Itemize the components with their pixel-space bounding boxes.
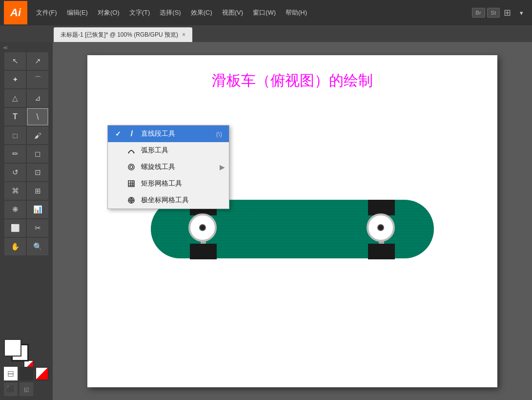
- artboard-tool[interactable]: ⬜: [4, 219, 26, 237]
- pencil-tool[interactable]: ✏: [4, 145, 26, 163]
- bridge-badge[interactable]: Br: [472, 8, 485, 18]
- ctx-polar-grid-icon: [127, 196, 136, 204]
- right-wheel: [367, 213, 395, 242]
- line-segment-tool[interactable]: \: [27, 108, 48, 126]
- menu-help[interactable]: 帮助(H): [281, 5, 312, 20]
- ctx-arc-icon: [127, 147, 136, 154]
- context-menu: ✓ / 直线段工具 (\) 弧形工具: [107, 125, 229, 209]
- ctx-line-shortcut: (\): [216, 130, 222, 138]
- tool-row-10: ⬜ ✂: [0, 219, 53, 237]
- paintbrush-tool[interactable]: 🖌: [27, 126, 48, 144]
- left-truck-bottom-plate: [190, 244, 217, 259]
- black-fill-button[interactable]: [20, 367, 33, 380]
- rotate-tool[interactable]: ↺: [4, 164, 26, 181]
- menu-file[interactable]: 文件(F): [31, 5, 62, 20]
- tab-bar: 未标题-1 [已恢复]* @ 100% (RGB/GPU 预览) ×: [0, 25, 532, 42]
- fill-none-button[interactable]: □: [4, 367, 18, 380]
- tool-row-5: □ 🖌: [0, 126, 53, 144]
- ctx-spiral-tool[interactable]: 螺旋线工具 ▶: [108, 159, 229, 175]
- right-wheel-bolt: [377, 224, 384, 231]
- artboard: 滑板车（俯视图）的绘制: [87, 55, 497, 387]
- menu-bar: Ai 文件(F) 编辑(E) 对象(O) 文字(T) 选择(S) 效果(C) 视…: [0, 0, 532, 25]
- bottom-tool-row-2: ⬛ ◱: [4, 382, 49, 396]
- scale-tool[interactable]: ⊡: [27, 164, 48, 181]
- ctx-rect-grid-label: 矩形网格工具: [141, 179, 182, 188]
- tab-close-button[interactable]: ×: [182, 31, 185, 38]
- menu-object[interactable]: 对象(O): [93, 5, 124, 20]
- ctx-check-mark: ✓: [115, 130, 122, 138]
- graph-tool[interactable]: 📊: [27, 201, 48, 218]
- ctx-spiral-submenu-arrow: ▶: [220, 163, 225, 171]
- zoom-tool[interactable]: 🔍: [27, 238, 48, 255]
- bottom-tools: □ ⬛ ◱: [4, 367, 49, 396]
- left-wheel-bolt: [199, 224, 206, 231]
- left-toolbar: ≪ ↖ ↗ ✦ ⌒ △ ⊿ T \ □ 🖌 ✏ ◻ ↺ ⊡: [0, 42, 53, 400]
- tool-row-2: ✦ ⌒: [0, 71, 53, 88]
- color-section: [4, 339, 48, 371]
- tab-title: 未标题-1 [已恢复]* @ 100% (RGB/GPU 预览): [61, 31, 178, 39]
- symbol-sprayer-tool[interactable]: ❋: [4, 201, 26, 218]
- menu-edit[interactable]: 编辑(E): [62, 5, 93, 20]
- ctx-line-label: 直线段工具: [141, 129, 175, 138]
- ctx-arc-label: 弧形工具: [141, 146, 168, 155]
- right-truck-bottom-plate: [368, 244, 395, 259]
- color-boxes: [4, 339, 38, 371]
- document-tab[interactable]: 未标题-1 [已恢复]* @ 100% (RGB/GPU 预览) ×: [54, 27, 192, 42]
- ctx-polar-grid-label: 极坐标网格工具: [141, 196, 189, 205]
- lasso-tool[interactable]: ⌒: [27, 71, 48, 88]
- ctx-arc-tool[interactable]: 弧形工具: [108, 142, 229, 159]
- svg-rect-2: [128, 181, 134, 187]
- artwork-title: 滑板车（俯视图）的绘制: [87, 71, 497, 91]
- stock-badge[interactable]: St: [487, 8, 500, 18]
- direct-selection-tool[interactable]: ↗: [27, 52, 48, 70]
- red-stroke-button[interactable]: [35, 367, 49, 380]
- fill-color-box[interactable]: [4, 339, 21, 357]
- right-truck: [368, 195, 395, 263]
- bottom-tool-row-1: □: [4, 367, 49, 380]
- ctx-rect-grid-tool[interactable]: 矩形网格工具: [108, 175, 229, 192]
- tool-row-4: T \: [0, 108, 53, 126]
- tool-row-9: ❋ 📊: [0, 201, 53, 218]
- menu-view[interactable]: 视图(V): [217, 5, 248, 20]
- svg-point-0: [128, 164, 134, 170]
- warp-tool[interactable]: ⌘: [4, 182, 26, 200]
- tool-row-3: △ ⊿: [0, 89, 53, 107]
- menu-text[interactable]: 文字(T): [124, 5, 155, 20]
- toolbar-collapse[interactable]: ≪: [0, 44, 11, 51]
- pen-tool[interactable]: △: [4, 89, 26, 107]
- canvas-area[interactable]: 滑板车（俯视图）的绘制: [53, 42, 532, 400]
- draw-behind-button[interactable]: ◱: [20, 382, 33, 396]
- menu-effect[interactable]: 效果(C): [186, 5, 217, 20]
- ctx-spiral-label: 螺旋线工具: [141, 163, 175, 171]
- draw-normal-button[interactable]: ⬛: [4, 382, 18, 396]
- app-logo: Ai: [4, 1, 27, 24]
- workspace-switcher[interactable]: ⊞: [502, 5, 513, 20]
- svg-point-1: [130, 166, 133, 168]
- free-transform-tool[interactable]: ⊞: [27, 182, 48, 200]
- text-tool[interactable]: T: [4, 108, 26, 126]
- selection-tool[interactable]: ↖: [4, 52, 26, 70]
- menu-window[interactable]: 窗口(W): [248, 5, 281, 20]
- magic-wand-tool[interactable]: ✦: [4, 71, 26, 88]
- left-wheel: [188, 213, 217, 242]
- tool-row-1: ↖ ↗: [0, 52, 53, 70]
- workspace-menu[interactable]: ▾: [515, 6, 528, 20]
- ctx-rect-grid-icon: [127, 180, 136, 188]
- ctx-polar-grid-tool[interactable]: 极坐标网格工具: [108, 192, 229, 209]
- ctx-spiral-icon: [127, 163, 136, 171]
- menu-select[interactable]: 选择(S): [155, 5, 185, 20]
- rectangle-tool[interactable]: □: [4, 126, 26, 144]
- eraser-tool[interactable]: ◻: [27, 145, 48, 163]
- tool-row-7: ↺ ⊡: [0, 164, 53, 181]
- hand-tool[interactable]: ✋: [4, 238, 26, 255]
- tool-row-8: ⌘ ⊞: [0, 182, 53, 200]
- ctx-line-segment-tool[interactable]: ✓ / 直线段工具 (\): [108, 126, 229, 142]
- curvature-tool[interactable]: ⊿: [27, 89, 48, 107]
- tool-row-11: ✋ 🔍: [0, 238, 53, 255]
- ctx-line-icon: /: [127, 129, 136, 138]
- main-area: ≪ ↖ ↗ ✦ ⌒ △ ⊿ T \ □ 🖌 ✏ ◻ ↺ ⊡: [0, 42, 532, 400]
- tool-row-6: ✏ ◻: [0, 145, 53, 163]
- slice-tool[interactable]: ✂: [27, 219, 48, 237]
